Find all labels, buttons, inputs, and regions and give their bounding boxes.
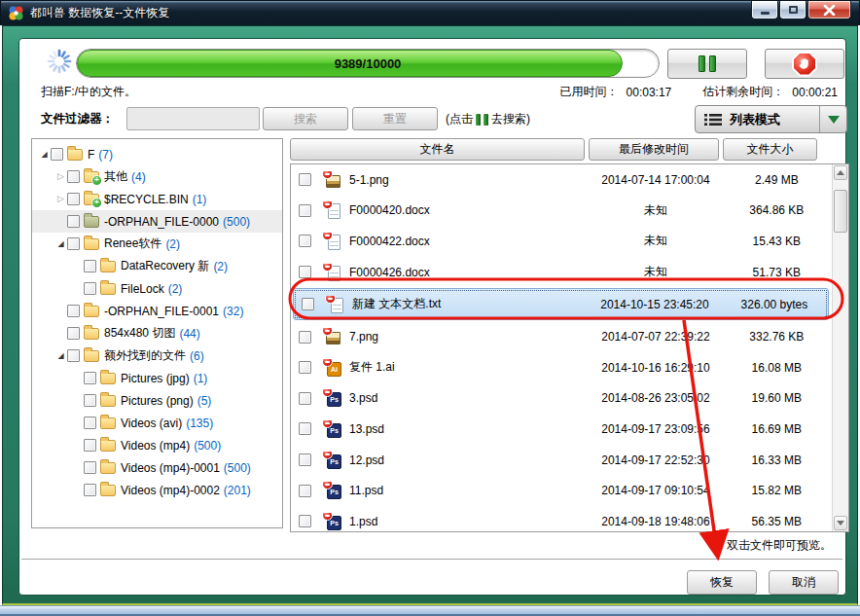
tree-checkbox[interactable] — [84, 282, 96, 295]
tree-item[interactable]: 额外找到的文件 (6) — [32, 344, 282, 367]
tree-item[interactable]: Videos (mp4) (500) — [32, 434, 282, 456]
table-row[interactable]: 新建 文本文档.txt 2014-10-15 23:45:20 326.00 b… — [293, 288, 829, 320]
table-row[interactable]: 1.psd 2014-09-18 19:48:06 56.35 MB — [291, 506, 831, 532]
tree-item-label: DataRecovery 新 — [121, 258, 209, 274]
table-row[interactable]: 7.png 2014-07-07 22:39:22 332.76 KB — [291, 321, 831, 352]
tree-checkbox[interactable] — [84, 417, 96, 429]
scanning-spinner-icon — [47, 49, 72, 74]
tree-item-label: Videos (avi) — [121, 417, 182, 430]
tree-expander-icon[interactable] — [54, 352, 67, 360]
tree-item-label: -ORPHAN_FILE-0000 — [104, 215, 219, 229]
tree-checkbox[interactable] — [84, 394, 96, 407]
column-header-modified[interactable]: 最后修改时间 — [589, 138, 719, 161]
search-button[interactable]: 搜索 — [263, 107, 348, 130]
tree-item[interactable]: Pictures (png) (5) — [32, 389, 282, 412]
restore-button[interactable] — [779, 1, 806, 19]
list-view-icon — [704, 113, 722, 127]
minimize-button[interactable] — [751, 1, 778, 19]
dropdown-arrow-zone[interactable] — [819, 106, 846, 132]
tree-item-label: Videos (mp4)-0002 — [121, 484, 220, 497]
file-type-icon — [323, 482, 341, 499]
tree-expander-icon[interactable] — [54, 240, 67, 248]
pause-button[interactable] — [667, 49, 747, 79]
table-row[interactable]: F0000426.docx 未知 51.73 KB — [291, 257, 831, 288]
row-checkbox[interactable] — [302, 298, 314, 310]
table-row[interactable]: 11.psd 2014-09-17 09:10:54 15.82 MB — [291, 475, 831, 506]
row-checkbox[interactable] — [299, 515, 311, 527]
view-mode-dropdown[interactable]: 列表模式 — [695, 105, 847, 133]
table-row[interactable]: 12.psd 2014-09-17 22:52:30 16.33 MB — [291, 445, 831, 476]
tree-checkbox[interactable] — [67, 327, 80, 340]
tree-checkbox[interactable] — [67, 170, 80, 183]
stop-button[interactable] — [765, 49, 844, 79]
row-checkbox[interactable] — [299, 331, 311, 344]
tree-expander-icon[interactable] — [38, 151, 51, 159]
scroll-down-button[interactable] — [834, 516, 847, 530]
search-hint: (点击 去搜索) — [446, 111, 530, 127]
scrollbar-thumb[interactable] — [834, 190, 847, 233]
row-checkbox[interactable] — [299, 392, 311, 405]
file-type-icon — [323, 171, 341, 189]
file-list: 5-1.png 2014-07-14 17:00:04 2.49 MB F000… — [290, 163, 849, 532]
tree-checkbox[interactable] — [67, 193, 80, 205]
table-row[interactable]: 复件 1.ai 2014-10-16 16:29:10 16.08 MB — [291, 352, 831, 383]
tree-item[interactable]: $RECYCLE.BIN (1) — [32, 188, 282, 210]
tree-item[interactable]: -ORPHAN_FILE-0001 (32) — [32, 300, 282, 322]
tree-item[interactable]: Pictures (jpg) (1) — [32, 367, 282, 389]
tree-item[interactable]: Videos (mp4)-0001 (500) — [32, 456, 282, 479]
tree-expander-icon[interactable] — [54, 172, 67, 181]
recover-button[interactable]: 恢复 — [687, 570, 757, 595]
vertical-scrollbar[interactable] — [832, 164, 848, 531]
window-bottom-edge — [0, 605, 860, 616]
tree-item-count: (5) — [197, 394, 212, 408]
close-button[interactable] — [807, 1, 851, 19]
row-checkbox[interactable] — [299, 173, 311, 186]
table-row[interactable]: 5-1.png 2014-07-14 17:00:04 2.49 MB — [291, 164, 831, 196]
folder-tree: F (7) 其他 (4) $RECYCLE.BIN (1) -ORPHAN_FI… — [31, 138, 283, 528]
file-modified: 2014-07-14 17:00:04 — [589, 173, 722, 187]
scroll-up-button[interactable] — [834, 165, 847, 180]
tree-item[interactable]: Renee软件 (2) — [32, 233, 282, 255]
tree-checkbox[interactable] — [84, 461, 96, 474]
folder-icon — [84, 171, 99, 183]
tree-item[interactable]: 其他 (4) — [32, 165, 282, 188]
file-name: F0000422.docx — [349, 235, 430, 248]
row-checkbox[interactable] — [299, 485, 311, 497]
table-row[interactable]: 13.psd 2014-09-17 23:09:56 16.69 MB — [291, 414, 831, 445]
table-row[interactable]: F0000422.docx 未知 15.43 KB — [291, 226, 831, 257]
reset-button[interactable]: 重置 — [352, 107, 438, 130]
tree-checkbox[interactable] — [67, 237, 80, 250]
tree-item[interactable]: FileLock (2) — [32, 277, 282, 300]
tree-checkbox[interactable] — [84, 439, 96, 452]
tree-item[interactable]: Videos (avi) (135) — [32, 412, 282, 434]
tree-checkbox[interactable] — [67, 349, 80, 362]
row-checkbox[interactable] — [299, 204, 311, 217]
tree-checkbox[interactable] — [84, 260, 96, 272]
titlebar: 都叫兽 数据恢复--文件恢复 — [0, 0, 860, 25]
column-header-size[interactable]: 文件大小 — [723, 138, 817, 161]
tree-expander-icon[interactable] — [54, 195, 67, 203]
triangle-up-icon — [837, 170, 844, 175]
row-checkbox[interactable] — [299, 422, 311, 435]
tree-checkbox[interactable] — [84, 372, 96, 384]
folder-icon — [84, 328, 99, 340]
row-checkbox[interactable] — [299, 235, 311, 247]
column-header-filename[interactable]: 文件名 — [290, 138, 585, 161]
table-row[interactable]: F0000420.docx 未知 364.86 KB — [291, 196, 831, 227]
row-checkbox[interactable] — [299, 361, 311, 374]
tree-item[interactable]: 854x480 切图 (44) — [32, 322, 282, 344]
row-checkbox[interactable] — [299, 266, 311, 278]
cancel-button[interactable]: 取消 — [769, 570, 839, 595]
row-checkbox[interactable] — [299, 453, 311, 466]
table-row[interactable]: 3.psd 2014-08-26 23:05:02 19.60 MB — [291, 383, 831, 415]
tree-item[interactable]: -ORPHAN_FILE-0000 (500) — [32, 210, 282, 233]
tree-checkbox[interactable] — [51, 148, 63, 161]
tree-checkbox[interactable] — [67, 305, 80, 317]
tree-item[interactable]: DataRecovery 新 (2) — [32, 255, 282, 277]
tree-checkbox[interactable] — [84, 484, 96, 496]
tree-item-count: (135) — [186, 417, 213, 430]
tree-item[interactable]: Videos (mp4)-0002 (201) — [32, 479, 282, 501]
file-filter-input[interactable] — [126, 107, 260, 130]
tree-item[interactable]: F (7) — [32, 143, 282, 165]
tree-checkbox[interactable] — [67, 215, 80, 228]
